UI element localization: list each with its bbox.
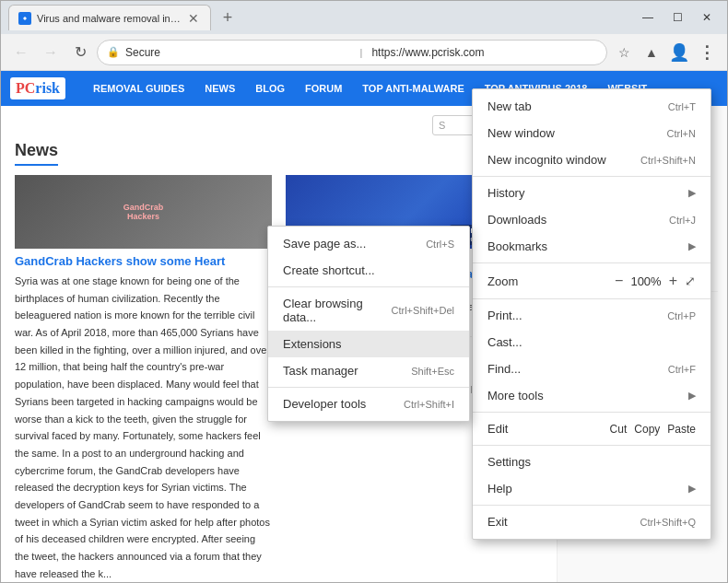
- protocol-label: Secure: [125, 46, 351, 59]
- menu-new-window[interactable]: New window Ctrl+N: [473, 120, 710, 146]
- submenu-developer-tools[interactable]: Developer tools Ctrl+Shift+I: [268, 391, 469, 417]
- nav-removal-guides[interactable]: REMOVAL GUIDES: [84, 76, 194, 101]
- maximize-button[interactable]: ☐: [664, 5, 690, 30]
- more-tools-submenu: Save page as... Ctrl+S Create shortcut..…: [267, 226, 470, 422]
- context-menu: New tab Ctrl+T New window Ctrl+N New inc…: [472, 88, 711, 540]
- submenu-divider: [268, 286, 469, 287]
- menu-help[interactable]: Help ▶: [473, 475, 710, 502]
- address-bar[interactable]: 🔒 Secure | https://www.pcrisk.com: [97, 40, 607, 65]
- cut-button[interactable]: Cut: [610, 423, 628, 436]
- forward-button[interactable]: →: [38, 40, 64, 65]
- menu-edit: Edit Cut Copy Paste: [473, 415, 710, 442]
- menu-find[interactable]: Find... Ctrl+F: [473, 356, 710, 382]
- notifications-button[interactable]: ▲: [639, 40, 664, 65]
- submenu-task-manager[interactable]: Task manager Shift+Esc: [268, 357, 469, 384]
- bookmark-button[interactable]: ☆: [611, 40, 637, 65]
- search-bar-area: S: [15, 115, 543, 135]
- menu-divider-5: [473, 445, 710, 446]
- copy-button[interactable]: Copy: [634, 423, 660, 436]
- zoom-value: 100%: [630, 274, 661, 288]
- profile-button[interactable]: 👤: [666, 40, 692, 65]
- active-tab[interactable]: Virus and malware removal instr... ✕: [8, 5, 211, 30]
- tab-favicon: [18, 12, 31, 25]
- tab-close-button[interactable]: ✕: [186, 11, 201, 26]
- url-text: https://www.pcrisk.com: [371, 46, 597, 59]
- title-bar: Virus and malware removal instr... ✕ + —…: [1, 1, 727, 34]
- news-section-title: News: [15, 141, 58, 166]
- tab-bar: Virus and malware removal instr... ✕ +: [8, 5, 622, 30]
- nav-forum[interactable]: FORUM: [296, 76, 351, 101]
- menu-button[interactable]: ⋮: [694, 40, 720, 65]
- nav-news[interactable]: NEWS: [195, 76, 244, 101]
- browser-toolbar: ← → ↻ 🔒 Secure | https://www.pcrisk.com …: [1, 34, 727, 71]
- zoom-fullscreen-button[interactable]: ⤢: [685, 274, 696, 288]
- tab-title: Virus and malware removal instr...: [37, 13, 181, 24]
- submenu-save-page[interactable]: Save page as... Ctrl+S: [268, 230, 469, 257]
- menu-new-tab[interactable]: New tab Ctrl+T: [473, 93, 710, 120]
- toolbar-icons: ☆ ▲ 👤 ⋮: [611, 40, 720, 65]
- submenu-extensions[interactable]: Extensions: [268, 331, 469, 357]
- minimize-button[interactable]: —: [635, 5, 661, 30]
- logo-pc-icon: PCrisk: [16, 80, 60, 97]
- nav-blog[interactable]: BLOG: [246, 76, 294, 101]
- site-logo[interactable]: PCrisk: [10, 77, 65, 99]
- close-button[interactable]: ✕: [694, 5, 720, 30]
- menu-divider-3: [473, 298, 710, 299]
- paste-button[interactable]: Paste: [667, 423, 696, 436]
- menu-zoom: Zoom − 100% + ⤢: [473, 266, 710, 296]
- news-title-1[interactable]: GandCrab Hackers show some Heart: [15, 254, 272, 268]
- submenu-create-shortcut[interactable]: Create shortcut...: [268, 257, 469, 284]
- menu-history[interactable]: History ▶: [473, 180, 710, 206]
- menu-print[interactable]: Print... Ctrl+P: [473, 302, 710, 329]
- gandc-image: GandCrabHackers: [15, 175, 272, 249]
- logo-box: PCrisk: [10, 77, 65, 99]
- submenu-divider-2: [268, 387, 469, 388]
- menu-exit[interactable]: Exit Ctrl+Shift+Q: [473, 508, 710, 535]
- new-tab-button[interactable]: +: [215, 5, 241, 30]
- menu-settings[interactable]: Settings: [473, 449, 710, 475]
- menu-divider-2: [473, 262, 710, 263]
- menu-incognito[interactable]: New incognito window Ctrl+Shift+N: [473, 146, 710, 173]
- submenu-clear-browsing[interactable]: Clear browsing data... Ctrl+Shift+Del: [268, 290, 469, 331]
- menu-divider-1: [473, 176, 710, 177]
- lock-icon: 🔒: [107, 46, 120, 58]
- menu-divider-6: [473, 505, 710, 506]
- menu-bookmarks[interactable]: Bookmarks ▶: [473, 233, 710, 260]
- zoom-in-button[interactable]: +: [669, 273, 677, 289]
- menu-downloads[interactable]: Downloads Ctrl+J: [473, 206, 710, 233]
- zoom-out-button[interactable]: −: [615, 273, 623, 289]
- window-controls: — ☐ ✕: [635, 5, 720, 30]
- back-button[interactable]: ←: [8, 40, 34, 65]
- menu-divider-4: [473, 412, 710, 413]
- news-card-1: GandCrabHackers GandCrab Hackers show so…: [15, 175, 272, 582]
- refresh-button[interactable]: ↻: [67, 40, 93, 65]
- menu-cast[interactable]: Cast...: [473, 329, 710, 356]
- article-body-1: Syria was at one stage known for being o…: [15, 273, 272, 582]
- menu-more-tools[interactable]: More tools ▶: [473, 382, 710, 409]
- nav-top-antimalware[interactable]: TOP ANTI-MALWARE: [353, 76, 473, 101]
